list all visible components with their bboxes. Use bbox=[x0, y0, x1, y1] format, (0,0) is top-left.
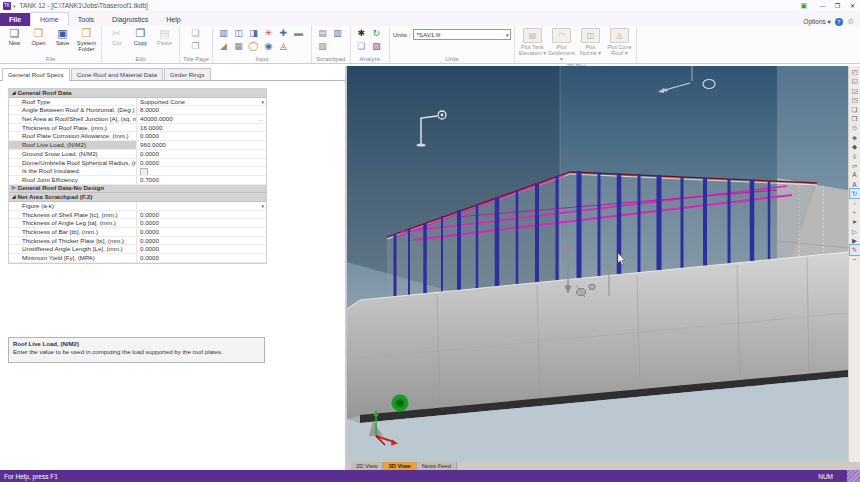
grid-row-value[interactable]: Supported Cone▾ bbox=[137, 98, 266, 106]
grid-row-value[interactable]: 960.0000 bbox=[137, 141, 266, 149]
3d-viewport[interactable] bbox=[347, 66, 848, 462]
panel-tab-cone-roof-and-material-data[interactable]: Cone Roof and Material Data bbox=[71, 68, 163, 80]
chevron-down-icon[interactable]: ▾ bbox=[261, 202, 264, 210]
iso-view-nw-icon[interactable]: ◊ bbox=[850, 152, 860, 161]
tab-tools[interactable]: Tools bbox=[69, 13, 103, 26]
options-menu[interactable]: Options ▾ bbox=[803, 18, 830, 26]
close-button[interactable]: ✕ bbox=[845, 2, 860, 9]
grid-row-ground-snow-load-n-m2[interactable]: Ground Snow Load, (N/M2)0.0000 bbox=[9, 150, 266, 159]
grid-row-roof-joint-efficiency[interactable]: Roof Joint Efficiency0.7000 bbox=[9, 176, 266, 185]
new-button[interactable]: ❏New bbox=[3, 27, 26, 52]
units-combobox[interactable]: *SAV1.fil▾ bbox=[413, 29, 511, 40]
grid-row-roof-plate-corrosion-allowance-mm[interactable]: Roof Plate Corrosion Allowance, (mm.)0.0… bbox=[9, 132, 266, 141]
shell-course-icon[interactable]: ◫ bbox=[231, 27, 246, 40]
grid-row-thickness-of-thicker-plate-ts-mm[interactable]: Thickness of Thicker Plate [ts], (mm.)0.… bbox=[9, 237, 266, 246]
iso-view-se-icon[interactable]: ◇ bbox=[850, 123, 860, 132]
grillage-icon[interactable]: ▦ bbox=[231, 40, 246, 53]
title-page-edit-icon[interactable]: ❐ bbox=[188, 40, 203, 53]
grid-row-value[interactable]: 0.0000 bbox=[137, 211, 266, 219]
view-bottom-icon[interactable]: ◱ bbox=[850, 76, 860, 85]
restore-button[interactable]: ❐ bbox=[830, 2, 845, 9]
grid-row-dome-umbrella-roof-spherical-radius-mm[interactable]: Dome/Umbrella Roof Spherical Radius, (mm… bbox=[9, 159, 266, 168]
grid-group-general-roof-data-no-design[interactable]: ▷General Roof Data-No Design bbox=[9, 185, 266, 194]
ring-beam-icon[interactable]: ◯ bbox=[246, 40, 261, 53]
grid-row-unstiffened-angle-length-le-mm[interactable]: Unstiffened Angle Length [Le], (mm.)0.00… bbox=[9, 245, 266, 254]
title-page-icon[interactable]: ❏ bbox=[188, 27, 203, 40]
view-right-icon[interactable]: ◳ bbox=[850, 95, 860, 104]
grid-row-value[interactable]: 0.0000 bbox=[137, 150, 266, 158]
pan-view-icon[interactable]: + bbox=[850, 208, 860, 217]
walk-mode-icon[interactable]: ➤ bbox=[850, 217, 860, 226]
collapse-icon[interactable]: ◢ bbox=[12, 89, 15, 97]
annotate-text-icon[interactable]: A bbox=[850, 170, 860, 179]
view-tab-3d-view[interactable]: 3D View bbox=[383, 462, 416, 470]
view-front-icon[interactable]: ❏ bbox=[850, 105, 860, 114]
grid-row-value[interactable]: 0.0000 bbox=[137, 132, 266, 140]
view-back-icon[interactable]: ❐ bbox=[850, 114, 860, 123]
feedback-icon[interactable]: ☺ bbox=[847, 18, 855, 26]
tab-diagnostics[interactable]: Diagnostics bbox=[103, 13, 157, 26]
axonometric-view-icon[interactable]: ▱ bbox=[850, 161, 860, 170]
tab-home[interactable]: Home bbox=[30, 12, 69, 27]
tab-file[interactable]: File bbox=[0, 13, 30, 26]
tank-input-icon[interactable]: ▥ bbox=[216, 27, 231, 40]
nozzle-input-icon[interactable]: ◨ bbox=[246, 27, 261, 40]
grid-row-value[interactable] bbox=[137, 167, 266, 175]
help-icon[interactable]: ? bbox=[835, 18, 843, 26]
output-page-icon[interactable]: ❏ bbox=[354, 40, 369, 53]
app-icon[interactable]: TK bbox=[3, 2, 11, 10]
grid-row-value[interactable]: 0.0000 bbox=[137, 228, 266, 236]
grid-group-net-area-scratchpad-f-2[interactable]: ◢Net Area Scratchpad (F.2) bbox=[9, 193, 266, 202]
minimize-button[interactable]: — bbox=[815, 3, 830, 9]
drop-to-grade-icon[interactable]: ↓ bbox=[850, 198, 860, 207]
redline-pencil-icon[interactable]: ✎ bbox=[850, 245, 860, 254]
iso-view-ne-icon[interactable]: ◆ bbox=[850, 142, 860, 151]
grid-row-value[interactable]: 16.0000 bbox=[137, 124, 266, 132]
grid-row-is-the-roof-insulated[interactable]: Is the Roof Insulated bbox=[9, 167, 266, 176]
grid-row-value[interactable]: 0.0000 bbox=[137, 219, 266, 227]
grid-row-value[interactable]: 0.0000 bbox=[137, 159, 266, 167]
chevron-down-icon[interactable]: ▾ bbox=[261, 98, 264, 106]
report-pdf-icon[interactable]: ▨ bbox=[369, 40, 384, 53]
grid-row-value[interactable]: 8.0000 bbox=[137, 106, 266, 114]
grid-row-value[interactable]: 0.0000 bbox=[137, 245, 266, 253]
run-analysis-icon[interactable]: ✱ bbox=[354, 27, 369, 40]
grid-row-thickness-of-roof-plate-mm[interactable]: Thickness of Roof Plate, (mm.)16.0000 bbox=[9, 124, 266, 133]
fitting-icon[interactable]: ✚ bbox=[276, 27, 291, 40]
scratchpad-report-icon[interactable]: ▧ bbox=[315, 40, 330, 53]
expand-icon[interactable]: ▷ bbox=[12, 184, 15, 192]
scratchpad-sheet-icon[interactable]: ▤ bbox=[315, 27, 330, 40]
panel-tab-girder-rings[interactable]: Girder Rings bbox=[164, 68, 211, 80]
grid-row-value[interactable]: ▾ bbox=[137, 202, 266, 210]
grid-row-thickness-of-shell-plate-tc-mm[interactable]: Thickness of Shell Plate [tc], (mm.)0.00… bbox=[9, 211, 266, 220]
plate-icon[interactable]: ▬ bbox=[291, 27, 306, 40]
iso-view-sw-icon[interactable]: ◈ bbox=[850, 133, 860, 142]
grid-row-value[interactable]: 0.7000 bbox=[137, 176, 266, 184]
reanalyze-icon[interactable]: ↻ bbox=[369, 27, 384, 40]
system-folder-button[interactable]: ❒System Folder bbox=[75, 27, 98, 52]
derrick-icon[interactable]: ◬ bbox=[276, 40, 291, 53]
browse-ellipsis-button[interactable]: … bbox=[258, 115, 264, 123]
grid-row-thickness-of-bar-tb-mm[interactable]: Thickness of Bar [tb], (mm.)0.0000 bbox=[9, 228, 266, 237]
grid-row-net-area-at-roof-shell-junction-a-sq-mm[interactable]: Net Area at Roof/Shell Junction [A], (sq… bbox=[9, 115, 266, 124]
grid-row-value[interactable]: 0.0000 bbox=[137, 237, 266, 245]
grid-group-general-roof-data[interactable]: ◢General Roof Data bbox=[9, 89, 266, 98]
quick-access-caret-icon[interactable]: ▾ bbox=[13, 3, 16, 9]
grid-row-roof-type[interactable]: Roof TypeSupported Cone▾ bbox=[9, 98, 266, 107]
rotate-view-icon[interactable]: ↻ bbox=[850, 189, 860, 198]
resize-grip[interactable] bbox=[847, 470, 860, 482]
grid-row-roof-live-load-n-m2[interactable]: Roof Live Load, (N/M2)960.0000 bbox=[9, 141, 266, 150]
view-top-icon[interactable]: ◰ bbox=[850, 67, 860, 76]
curve-tool-icon[interactable]: ~ bbox=[850, 255, 860, 264]
wind-load-icon[interactable]: ✳ bbox=[261, 27, 276, 40]
save-button[interactable]: ▣Save bbox=[51, 27, 74, 52]
select-arrow-icon[interactable]: ▷ bbox=[850, 227, 860, 236]
grid-row-minimum-yield-fy-mpa[interactable]: Minimum Yield [Fy], (MPA)0.0000 bbox=[9, 254, 266, 263]
annotate-label-icon[interactable]: A bbox=[850, 180, 860, 189]
tab-help[interactable]: Help bbox=[157, 13, 189, 26]
panel-tab-general-roof-specs[interactable]: General Roof Specs bbox=[2, 68, 70, 81]
view-tab-news-feed[interactable]: News Feed bbox=[417, 462, 457, 470]
pick-element-icon[interactable]: ▶ bbox=[850, 236, 860, 245]
grid-row-value[interactable]: 40000.0000… bbox=[137, 115, 266, 123]
open-button[interactable]: ❐Open bbox=[27, 27, 50, 52]
